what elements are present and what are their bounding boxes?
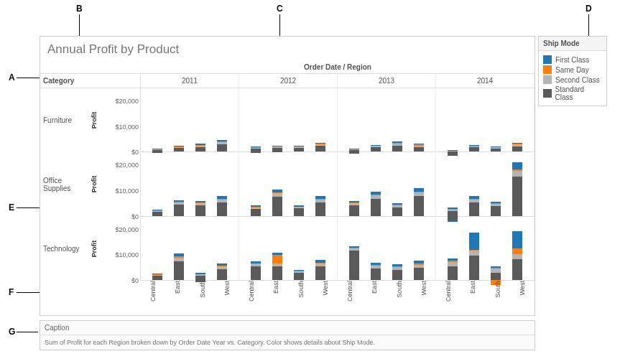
year-header[interactable]: 2011 [141,74,239,88]
bar-segment[interactable] [152,276,162,280]
chart-cell[interactable] [436,152,534,216]
year-header[interactable]: 2012 [239,74,338,88]
stacked-bar[interactable] [315,143,325,152]
chart-cell[interactable] [239,152,337,216]
stacked-bar[interactable] [512,231,522,280]
legend-panel[interactable]: Ship Mode First ClassSame DaySecond Clas… [538,36,607,106]
bar-segment[interactable] [272,266,282,280]
x-tick[interactable]: Central [141,281,165,315]
bar-segment[interactable] [152,212,162,215]
stacked-bar[interactable] [469,233,479,280]
bar-segment[interactable] [174,148,184,151]
bar-segment[interactable] [414,196,424,215]
stacked-bar[interactable] [349,246,359,280]
stacked-bar[interactable] [392,203,402,216]
y-axis-label[interactable]: Profit [87,152,101,216]
stacked-bar[interactable] [195,144,205,151]
legend-item[interactable]: Standard Class [543,85,602,101]
stacked-bar[interactable] [371,263,381,280]
stacked-bar[interactable] [392,264,402,280]
year-header[interactable]: 2013 [338,74,436,88]
x-tick[interactable]: Central [338,281,362,315]
bar-segment[interactable] [491,269,501,274]
bar-segment[interactable] [469,233,479,250]
stacked-bar[interactable] [251,205,261,215]
bar-segment[interactable] [392,270,402,280]
stacked-bar[interactable] [315,260,325,280]
bar-segment[interactable] [294,273,304,280]
stacked-bar[interactable] [469,145,479,151]
bar-segment[interactable] [392,146,402,152]
bar-segment[interactable] [251,209,261,216]
stacked-bar[interactable] [217,196,227,215]
bar-segment[interactable] [448,211,458,216]
bar-segment[interactable] [512,254,522,259]
bar-segment[interactable] [414,147,424,152]
bar-segment[interactable] [512,171,522,177]
x-tick[interactable]: West [313,281,338,315]
chart-cell[interactable] [141,152,239,216]
chart-cell[interactable] [338,217,435,281]
bar-segment[interactable] [174,205,184,215]
chart-cell[interactable] [436,88,534,152]
x-tick[interactable]: Central [436,281,461,315]
bar-segment[interactable] [294,148,304,151]
bar-segment[interactable] [371,199,381,216]
stacked-bar[interactable] [349,149,359,151]
legend-item[interactable]: First Class [543,55,602,64]
bar-segment[interactable] [469,202,479,216]
stacked-bar[interactable] [195,201,205,216]
bar-segment[interactable] [217,202,227,216]
bar-segment[interactable] [174,261,184,280]
bar-segment[interactable] [217,144,227,151]
stacked-bar[interactable] [294,205,304,216]
x-tick[interactable]: West [510,281,535,315]
bar-segment[interactable] [512,162,522,169]
bar-segment[interactable] [195,205,205,215]
stacked-bar[interactable] [512,143,522,152]
stacked-bar[interactable] [392,141,402,151]
caption-panel[interactable]: Caption Sum of Profit for each Region br… [40,320,535,350]
category-row-header[interactable]: Office Supplies [40,152,87,216]
legend-item[interactable]: Second Class [543,75,602,84]
stacked-bar[interactable] [272,253,282,280]
stacked-bar[interactable] [152,274,162,280]
year-header[interactable]: 2014 [436,74,535,88]
plot-area[interactable] [141,88,535,281]
bar-segment[interactable] [512,259,522,280]
stacked-bar[interactable] [491,202,501,216]
stacked-bar[interactable] [349,201,359,216]
category-row-header[interactable]: Furniture [40,88,87,152]
bar-segment[interactable] [251,266,261,280]
bar-segment[interactable] [217,269,227,280]
stacked-bar[interactable] [195,273,205,280]
stacked-bar[interactable] [371,145,381,152]
stacked-bar[interactable] [272,190,282,216]
bar-segment[interactable] [371,269,381,280]
chart-cell[interactable] [141,217,239,281]
chart-cell[interactable] [338,152,435,216]
columns-field-label[interactable]: Order Date / Region [141,63,535,71]
stacked-bar[interactable] [414,144,424,151]
bar-segment[interactable] [195,147,205,151]
x-tick[interactable]: South [190,281,215,315]
x-tick[interactable]: West [215,281,239,315]
bar-segment[interactable] [315,202,325,216]
x-tick[interactable]: South [387,281,412,315]
x-tick[interactable]: East [461,281,485,315]
stacked-bar[interactable] [174,200,184,216]
stacked-bar[interactable] [217,263,227,280]
stacked-bar[interactable] [491,146,501,151]
stacked-bar[interactable] [371,192,381,216]
bar-segment[interactable] [392,207,402,216]
bar-segment[interactable] [448,266,458,280]
x-tick[interactable]: West [412,281,436,315]
bar-segment[interactable] [315,146,325,151]
stacked-bar[interactable] [217,140,227,151]
x-tick[interactable]: East [264,281,288,315]
bar-segment[interactable] [469,256,479,280]
x-tick[interactable]: Central [239,281,264,315]
stacked-bar[interactable] [174,146,184,151]
stacked-bar[interactable] [272,146,282,151]
chart-cell[interactable] [338,88,435,152]
